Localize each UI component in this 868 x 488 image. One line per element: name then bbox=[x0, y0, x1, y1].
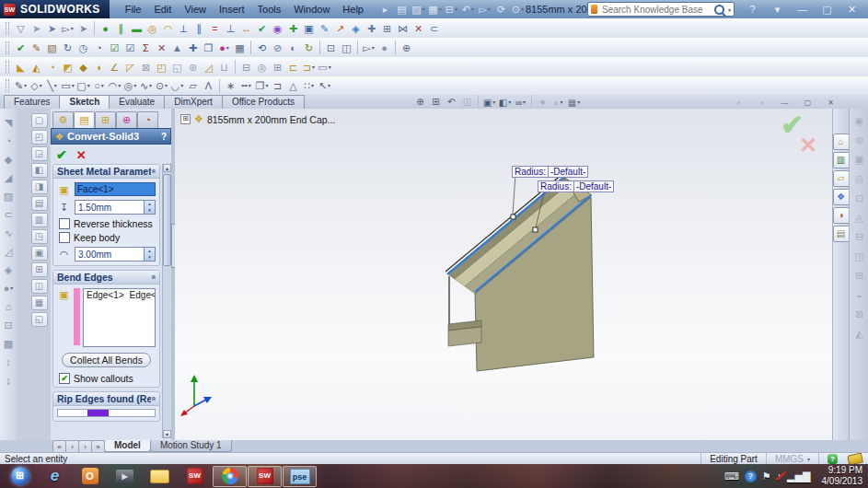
select-tool-caret[interactable]: ▾ bbox=[71, 26, 74, 31]
search-input[interactable] bbox=[600, 4, 712, 16]
selection-filter-toggle[interactable]: ▽ bbox=[13, 21, 29, 36]
smart-dimension-tool-caret[interactable]: ▾ bbox=[40, 83, 42, 88]
dock-pattern[interactable]: ▩ bbox=[1, 337, 17, 350]
sketch-tool-caret[interactable]: ▾ bbox=[24, 83, 27, 88]
cross-break[interactable]: ⊠ bbox=[138, 60, 154, 75]
arc-tool-caret[interactable]: ▾ bbox=[118, 83, 121, 88]
render-tools-dock[interactable]: ◭ bbox=[851, 327, 867, 340]
reverse-thickness-checkbox[interactable] bbox=[59, 218, 70, 229]
units-caret-icon[interactable]: ▾ bbox=[807, 456, 810, 462]
movie-maker[interactable]: ▶ bbox=[108, 465, 142, 487]
menu-view[interactable]: View bbox=[178, 4, 213, 15]
dock-lofted-bend[interactable]: ◔ bbox=[1, 134, 17, 147]
view-settings[interactable]: ▦▾ bbox=[566, 96, 582, 109]
evaluate-dock[interactable]: ◒ bbox=[851, 288, 867, 301]
configurationmanager-tab[interactable]: ⊞ bbox=[95, 111, 116, 128]
tab-office-products[interactable]: Office Products bbox=[222, 95, 305, 109]
offset-entities-tool[interactable]: ⊐ bbox=[270, 78, 285, 93]
edge-flange[interactable]: ◩ bbox=[60, 60, 75, 75]
sketched-bend[interactable]: ◸ bbox=[122, 60, 138, 75]
ellipse-tool-caret[interactable]: ▾ bbox=[165, 83, 168, 88]
zoom-to-area[interactable]: ⊞ bbox=[428, 96, 444, 109]
custom-properties[interactable]: ▤ bbox=[833, 226, 850, 242]
trim-entities[interactable]: ✕ bbox=[411, 21, 426, 36]
scroll-down-icon[interactable]: ▾ bbox=[163, 430, 171, 438]
corner-relief[interactable]: ⊛ bbox=[185, 60, 201, 75]
group-header-rip-edges[interactable]: Rip Edges found (Rea... « bbox=[53, 392, 159, 406]
design-checker[interactable]: ☑ bbox=[122, 41, 138, 55]
propertymanager-tab[interactable]: ▤ bbox=[74, 111, 95, 128]
horizontal-relation[interactable]: ▬ bbox=[129, 21, 145, 36]
group-header-bend-edges[interactable]: Bend Edges « bbox=[53, 271, 159, 285]
dock-appearance[interactable]: ●▾ bbox=[1, 282, 17, 295]
shaded-preview[interactable]: ◐ bbox=[285, 41, 301, 55]
trim-tool[interactable]: △ bbox=[285, 78, 301, 93]
rip-edges-list[interactable] bbox=[57, 409, 156, 417]
instant-3d[interactable]: ◈ bbox=[348, 21, 364, 36]
menu-edit[interactable]: Edit bbox=[147, 4, 178, 15]
section-view[interactable]: ◫ bbox=[459, 96, 475, 109]
dock-fold[interactable]: ↨ bbox=[1, 374, 17, 387]
extruded-cut[interactable]: ⊟ bbox=[238, 60, 254, 75]
sketch-point[interactable]: ● bbox=[98, 21, 113, 36]
display-style[interactable]: ◧▾ bbox=[497, 96, 513, 109]
arc-tool[interactable]: ◠▾ bbox=[107, 78, 122, 93]
hem[interactable]: ◖ bbox=[91, 60, 107, 75]
circle-tool[interactable]: ○▾ bbox=[91, 78, 107, 93]
select-cursor-caret[interactable]: ▾ bbox=[372, 45, 375, 51]
rectangle-tool[interactable]: ▭▾ bbox=[60, 78, 75, 93]
thickness-spinbox[interactable]: 1.50mm ▴▾ bbox=[75, 200, 156, 215]
dock-break-corner[interactable]: ◿ bbox=[1, 245, 17, 258]
update-model[interactable]: ↻ bbox=[301, 41, 317, 55]
view-isometric[interactable]: ◳ bbox=[31, 229, 48, 244]
tab-sketch[interactable]: Sketch bbox=[59, 95, 110, 109]
appearance-swatch[interactable]: ●▾ bbox=[216, 41, 232, 55]
view-single[interactable]: ▦ bbox=[31, 296, 48, 310]
keep-body-checkbox[interactable] bbox=[59, 232, 70, 243]
library-feature[interactable]: ◫ bbox=[339, 41, 354, 55]
mirror-entities[interactable]: ⋈ bbox=[395, 21, 411, 36]
view-trimetric[interactable]: ▣ bbox=[31, 246, 48, 261]
spline-tool-caret[interactable]: ▾ bbox=[149, 83, 152, 88]
print-file-caret[interactable]: ▾ bbox=[455, 6, 457, 12]
knowledge-search[interactable]: ▾ bbox=[587, 2, 735, 17]
bend-handle-1[interactable] bbox=[511, 215, 515, 219]
split-entities[interactable]: ✕ bbox=[154, 41, 169, 55]
convert-entities[interactable]: ⊂ bbox=[426, 21, 442, 36]
view-settings-caret[interactable]: ▾ bbox=[577, 99, 580, 105]
point-tool[interactable]: ∗ bbox=[223, 78, 238, 93]
dock-unfold[interactable]: ↕ bbox=[1, 355, 17, 368]
view-multiple[interactable]: ◱ bbox=[31, 312, 48, 327]
search-icon[interactable] bbox=[714, 5, 724, 15]
select-cursor[interactable]: ▻▾ bbox=[361, 41, 376, 55]
spline-tool[interactable]: ∿▾ bbox=[138, 78, 154, 93]
thickness-value[interactable]: 1.50mm bbox=[75, 203, 144, 213]
forming-tool[interactable]: ⊔ bbox=[216, 60, 232, 75]
equal-relation[interactable]: = bbox=[207, 21, 223, 36]
taskbar-clock[interactable]: 9:19 PM 4/09/2013 bbox=[822, 465, 863, 488]
menu-pin[interactable]: ▸ bbox=[377, 2, 393, 17]
smart-dimension-tool[interactable]: ◇▾ bbox=[29, 78, 44, 93]
flatten-caret[interactable]: ▾ bbox=[329, 64, 331, 70]
plane-tool[interactable]: ▱ bbox=[185, 78, 201, 93]
save-file-caret[interactable]: ▾ bbox=[439, 6, 442, 12]
centerline-tool[interactable]: ╍▾ bbox=[238, 78, 254, 93]
zoom-tool[interactable]: ⊕ bbox=[399, 41, 414, 55]
featuremanager-tab[interactable]: ⚙ bbox=[52, 111, 74, 128]
select-caret[interactable]: ▾ bbox=[488, 6, 491, 12]
base-flange[interactable]: ◣ bbox=[13, 60, 29, 75]
help-caret[interactable]: ▾ bbox=[765, 2, 790, 17]
select[interactable]: ▻▾ bbox=[477, 2, 492, 17]
weldments-dock[interactable]: ◫ bbox=[851, 250, 867, 262]
add-relation[interactable]: ✚ bbox=[285, 21, 301, 36]
tree-expand-icon[interactable]: ⊞ bbox=[180, 114, 191, 124]
surfaces-dock[interactable]: ◬ bbox=[851, 211, 867, 224]
appearance-swatch-caret[interactable]: ▾ bbox=[226, 45, 229, 51]
sheet-metal-model[interactable] bbox=[433, 162, 617, 383]
tab-model[interactable]: Model bbox=[104, 440, 151, 452]
ok-button[interactable]: ✔ bbox=[56, 147, 67, 162]
cancel-button[interactable]: ✕ bbox=[76, 148, 87, 162]
solidworks-resources[interactable]: ⌂ bbox=[833, 134, 850, 150]
menu-file[interactable]: File bbox=[119, 4, 148, 15]
fold[interactable]: ⊐▾ bbox=[301, 60, 317, 75]
